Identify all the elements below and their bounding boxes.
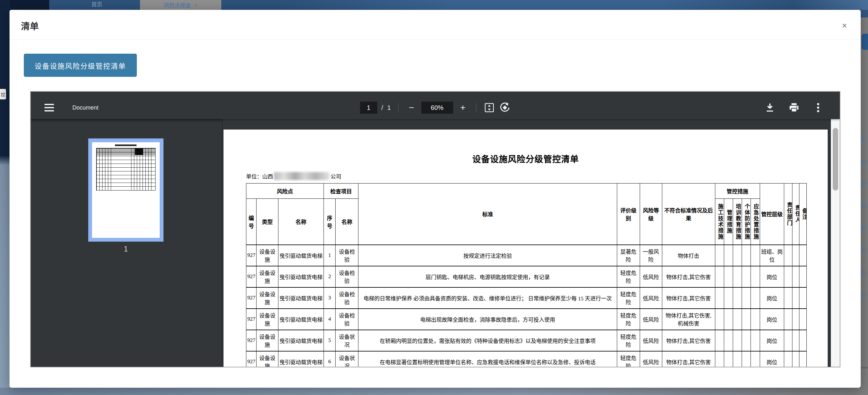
table-cell-m4 [742, 245, 750, 266]
table-cell-standard: 在轿厢内明显的位置处，需张贴有效的《特种设备使用标志》以及电梯使用的安全注意事项 [359, 330, 617, 351]
sidebar-toggle-icon[interactable] [44, 104, 54, 112]
table-cell-type: 设备设施 [256, 309, 278, 330]
rotate-icon[interactable] [499, 102, 510, 113]
screen: 首页 风险点排查 ∨ 控 处处处处处处处处 清单 × 设备设施风险分级管控清单 … [0, 0, 868, 395]
background-right-link-fragment[interactable]: 处 [861, 158, 868, 165]
background-right-link-fragment[interactable]: 处 [861, 180, 868, 187]
background-right-link-fragment[interactable]: 处 [861, 225, 868, 232]
table-cell-m3 [733, 330, 742, 351]
table-cell-m3 [733, 309, 742, 330]
document-page: 设备设施风险分级管控清单 单位：山西 公司 [223, 129, 828, 367]
list-modal: 清单 × 设备设施风险分级管控清单 Document / 1 − [9, 10, 861, 388]
tab-risk-label: 风险点排查 [164, 1, 191, 9]
table-cell-seq: 2 [324, 266, 336, 287]
background-right-link-fragment[interactable]: 处 [861, 136, 868, 143]
table-header-group-row: 风险点 检查项目 标准 评价级别 风险等级 不符合标准情况及后果 管控措施 管控… [246, 184, 807, 199]
table-cell-seq: 5 [324, 330, 336, 351]
page-number-input[interactable] [360, 101, 377, 114]
table-row: 927设备设施曳引驱动载货电梯2设备检验层门钥匙、电梯机房、电源钥匙按规定使用，… [246, 266, 807, 287]
table-cell-item: 设备状况 [336, 330, 359, 351]
table-cell-m1 [715, 287, 724, 309]
table-cell-note [799, 330, 806, 351]
left-edge-tag[interactable]: 控 [0, 89, 6, 99]
background-right-button[interactable] [862, 34, 868, 50]
page-separator: / [381, 104, 383, 112]
table-cell-note [799, 287, 806, 309]
table-cell-seq: 1 [324, 245, 336, 266]
document-unit-line: 单位：山西 公司 [246, 172, 341, 180]
col-measure-5: 应急处置措施 [750, 199, 760, 245]
table-cell-name: 曳引驱动载货电梯 [278, 309, 324, 330]
redacted-company-name [274, 172, 330, 180]
col-consequence: 不符合标准情况及后果 [662, 184, 715, 245]
col-type: 类型 [256, 199, 278, 245]
table-cell-no: 927 [246, 266, 256, 287]
thumbnail-page-1[interactable] [88, 139, 163, 242]
background-right-link-fragment[interactable]: 处 [861, 203, 868, 210]
thumbnail-page-preview [92, 142, 160, 238]
col-note: 备注 [799, 184, 806, 245]
fit-page-icon[interactable] [484, 102, 495, 113]
table-cell-consequence: 物体打击,其它伤害 [662, 351, 715, 367]
table-cell-m3 [733, 351, 742, 367]
table-cell-dept [784, 287, 792, 309]
table-cell-eval: 轻度危险 [617, 287, 640, 309]
table-cell-m1 [715, 309, 724, 330]
table-cell-risk: 一般风险 [640, 245, 662, 266]
table-cell-m4 [742, 287, 750, 309]
table-cell-name: 曳引驱动载货电梯 [278, 351, 324, 367]
table-cell-person [792, 266, 799, 287]
table-cell-item: 设备检验 [336, 266, 359, 287]
background-right-link-fragment[interactable]: 处 [861, 269, 868, 276]
scrollbar-thumb[interactable] [833, 128, 838, 190]
table-cell-level: 岗位 [760, 351, 784, 367]
zoom-in-button[interactable]: + [457, 102, 469, 113]
table-cell-person [792, 309, 799, 330]
table-cell-m5 [750, 266, 760, 287]
print-icon[interactable] [788, 102, 800, 113]
table-cell-name: 曳引驱动载货电梯 [278, 287, 324, 309]
table-cell-no: 927 [246, 330, 256, 351]
close-icon[interactable]: × [840, 21, 849, 31]
equipment-risk-list-button[interactable]: 设备设施风险分级管控清单 [24, 54, 137, 77]
background-right-link-fragment[interactable]: 处 [861, 247, 868, 254]
table-cell-item: 设备状况 [336, 351, 359, 367]
table-cell-person [792, 245, 799, 266]
pdf-document-title: Document [72, 104, 98, 111]
table-cell-seq: 4 [324, 309, 336, 330]
table-cell-type: 设备设施 [256, 287, 278, 309]
table-row: 927设备设施曳引驱动载货电梯6设备状况在电梯显著位置标明使用管理单位名称、应急… [246, 351, 807, 367]
col-seq: 序号 [324, 199, 336, 245]
download-icon[interactable] [764, 102, 776, 113]
col-eval-level: 评价级别 [617, 184, 640, 245]
table-cell-risk: 低风险 [640, 266, 662, 287]
table-cell-eval: 显著危险 [617, 245, 640, 266]
background-bottom-strip [0, 388, 868, 395]
col-control-layer: 管控层级 [760, 184, 784, 245]
col-measure-1: 施工技术措施 [715, 199, 724, 245]
table-cell-eval: 轻度危险 [617, 330, 640, 351]
document-scrollbar[interactable] [831, 119, 840, 367]
zoom-out-button[interactable]: − [406, 102, 417, 113]
table-cell-note [799, 309, 806, 330]
more-options-icon[interactable] [812, 102, 824, 113]
tab-home[interactable]: 首页 [91, 1, 111, 9]
table-cell-m5 [750, 287, 760, 309]
col-measure-4: 个体防护措施 [742, 199, 750, 245]
tab-risk-inspection[interactable]: 风险点排查 ∨ [140, 0, 221, 10]
background-right-link-fragment[interactable]: 处 [861, 292, 868, 299]
table-cell-dept [784, 266, 792, 287]
zoom-level-input[interactable] [421, 101, 453, 114]
col-measure-2: 管理措施 [724, 199, 733, 245]
table-cell-no: 927 [246, 245, 256, 266]
chevron-down-icon: ∨ [195, 3, 197, 7]
table-cell-type: 设备设施 [256, 351, 278, 367]
table-cell-name: 曳引驱动载货电梯 [278, 245, 324, 266]
table-cell-person [792, 330, 799, 351]
risk-control-table: 风险点 检查项目 标准 评价级别 风险等级 不符合标准情况及后果 管控措施 管控… [246, 183, 807, 367]
col-risk-level: 风险等级 [640, 184, 662, 245]
table-cell-type: 设备设施 [256, 330, 278, 351]
table-cell-m2 [724, 330, 733, 351]
modal-title: 清单 [21, 19, 39, 32]
table-cell-consequence: 物体打击,其它伤害 [662, 266, 715, 287]
